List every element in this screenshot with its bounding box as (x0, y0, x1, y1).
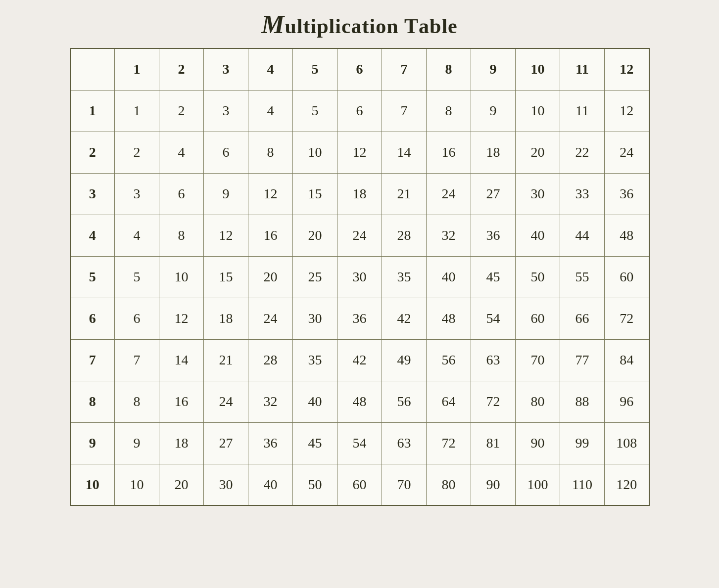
table-cell: 55 (560, 256, 605, 298)
table-cell: 88 (560, 381, 605, 422)
table-cell: 60 (337, 464, 382, 505)
table-cell: 15 (204, 256, 248, 298)
table-cell: 12 (605, 90, 649, 132)
table-cell: 24 (605, 132, 649, 173)
table-cell: 56 (382, 381, 427, 422)
table-cell: 8 (427, 90, 471, 132)
table-cell: 10 (516, 90, 560, 132)
table-row: 9918273645546372819099108 (70, 422, 649, 464)
table-cell: 42 (382, 298, 427, 339)
table-cell: 7 (382, 90, 427, 132)
table-cell: 48 (337, 381, 382, 422)
table-cell: 54 (337, 422, 382, 464)
table-row: 44812162024283236404448 (70, 215, 649, 256)
table-cell: 6 (204, 132, 248, 173)
table-cell: 24 (427, 173, 471, 215)
table-cell: 70 (516, 339, 560, 381)
table-row: 881624324048566472808896 (70, 381, 649, 422)
page-title: Multiplication Table (261, 10, 457, 39)
table-cell: 45 (471, 256, 516, 298)
table-cell: 8 (115, 381, 159, 422)
table-cell: 54 (471, 298, 516, 339)
table-cell: 5 (293, 90, 337, 132)
table-cell: 24 (337, 215, 382, 256)
table-cell: 50 (293, 464, 337, 505)
table-cell: 108 (605, 422, 649, 464)
table-cell: 64 (427, 381, 471, 422)
table-cell: 48 (605, 215, 649, 256)
col-header-7: 7 (382, 48, 427, 90)
table-cell: 7 (115, 339, 159, 381)
table-cell: 2 (159, 90, 204, 132)
table-cell: 12 (248, 173, 293, 215)
table-cell: 10 (159, 256, 204, 298)
table-cell: 35 (293, 339, 337, 381)
table-cell: 20 (248, 256, 293, 298)
table-cell: 5 (115, 256, 159, 298)
table-cell: 16 (159, 381, 204, 422)
table-cell: 50 (516, 256, 560, 298)
table-cell: 40 (293, 381, 337, 422)
table-cell: 72 (471, 381, 516, 422)
table-cell: 99 (560, 422, 605, 464)
row-header-7: 7 (70, 339, 115, 381)
table-cell: 18 (204, 298, 248, 339)
table-row: 224681012141618202224 (70, 132, 649, 173)
table-row: 1123456789101112 (70, 90, 649, 132)
table-cell: 40 (427, 256, 471, 298)
table-cell: 120 (605, 464, 649, 505)
table-cell: 10 (115, 464, 159, 505)
table-cell: 22 (560, 132, 605, 173)
table-cell: 33 (560, 173, 605, 215)
header-row: 1 2 3 4 5 6 7 8 9 10 11 12 (70, 48, 649, 90)
table-cell: 77 (560, 339, 605, 381)
table-row: 551015202530354045505560 (70, 256, 649, 298)
table-cell: 72 (605, 298, 649, 339)
table-cell: 36 (337, 298, 382, 339)
table-cell: 6 (337, 90, 382, 132)
table-cell: 4 (159, 132, 204, 173)
table-row: 10102030405060708090100110120 (70, 464, 649, 505)
table-cell: 6 (115, 298, 159, 339)
table-cell: 96 (605, 381, 649, 422)
table-cell: 24 (204, 381, 248, 422)
table-cell: 12 (204, 215, 248, 256)
table-cell: 27 (204, 422, 248, 464)
table-cell: 20 (159, 464, 204, 505)
table-cell: 9 (471, 90, 516, 132)
table-cell: 40 (516, 215, 560, 256)
row-header-1: 1 (70, 90, 115, 132)
table-cell: 24 (248, 298, 293, 339)
table-row: 661218243036424854606672 (70, 298, 649, 339)
table-cell: 4 (115, 215, 159, 256)
table-cell: 63 (471, 339, 516, 381)
table-cell: 18 (471, 132, 516, 173)
row-header-6: 6 (70, 298, 115, 339)
table-cell: 80 (427, 464, 471, 505)
table-cell: 28 (248, 339, 293, 381)
table-cell: 48 (427, 298, 471, 339)
col-header-6: 6 (337, 48, 382, 90)
multiplication-table: 1 2 3 4 5 6 7 8 9 10 11 12 1123456789101… (70, 48, 650, 506)
row-header-10: 10 (70, 464, 115, 505)
table-cell: 10 (293, 132, 337, 173)
table-cell: 16 (427, 132, 471, 173)
table-cell: 3 (115, 173, 159, 215)
corner-cell (70, 48, 115, 90)
col-header-9: 9 (471, 48, 516, 90)
table-cell: 66 (560, 298, 605, 339)
col-header-3: 3 (204, 48, 248, 90)
table-cell: 44 (560, 215, 605, 256)
table-cell: 8 (159, 215, 204, 256)
table-row: 771421283542495663707784 (70, 339, 649, 381)
table-cell: 15 (293, 173, 337, 215)
table-cell: 36 (471, 215, 516, 256)
table-cell: 63 (382, 422, 427, 464)
row-header-3: 3 (70, 173, 115, 215)
row-header-4: 4 (70, 215, 115, 256)
table-cell: 84 (605, 339, 649, 381)
table-cell: 80 (516, 381, 560, 422)
col-header-10: 10 (516, 48, 560, 90)
table-cell: 90 (471, 464, 516, 505)
table-cell: 14 (159, 339, 204, 381)
